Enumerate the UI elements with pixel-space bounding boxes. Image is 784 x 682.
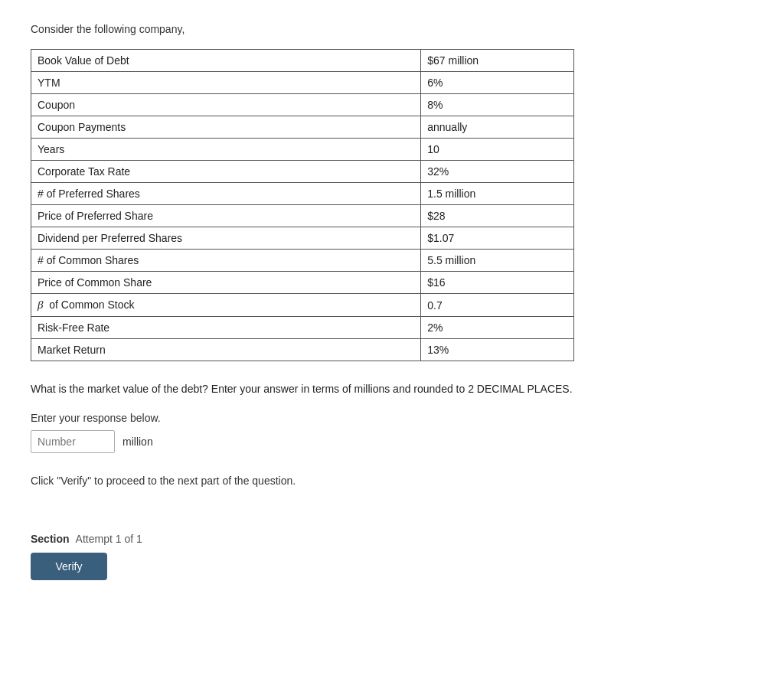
section-line: Section Attempt 1 of 1 <box>31 533 753 545</box>
intro-text: Consider the following company, <box>31 23 753 35</box>
table-cell-value: $67 million <box>421 50 574 72</box>
table-row: Risk-Free Rate2% <box>31 317 574 339</box>
table-cell-value: 13% <box>421 339 574 361</box>
table-cell-value: 32% <box>421 161 574 183</box>
response-row: million <box>31 430 753 453</box>
table-cell-label: β of Common Stock <box>31 294 421 317</box>
table-cell-label: Coupon Payments <box>31 116 421 139</box>
section-label: Section <box>31 533 70 545</box>
table-cell-label: Corporate Tax Rate <box>31 161 421 183</box>
table-row: # of Common Shares5.5 million <box>31 250 574 272</box>
verify-button[interactable]: Verify <box>31 553 107 580</box>
table-row: YTM6% <box>31 72 574 94</box>
table-row: Market Return13% <box>31 339 574 361</box>
beta-symbol: β <box>38 299 43 311</box>
data-table: Book Value of Debt$67 millionYTM6%Coupon… <box>31 49 574 361</box>
table-cell-value: 8% <box>421 94 574 116</box>
table-row: Price of Common Share$16 <box>31 272 574 294</box>
table-cell-value: $16 <box>421 272 574 294</box>
table-cell-label: Market Return <box>31 339 421 361</box>
table-cell-value: 2% <box>421 317 574 339</box>
table-cell-value: 6% <box>421 72 574 94</box>
table-row: Price of Preferred Share$28 <box>31 205 574 227</box>
table-row: Years10 <box>31 139 574 161</box>
million-label: million <box>122 436 153 448</box>
table-cell-value: $1.07 <box>421 227 574 250</box>
table-cell-label: Risk-Free Rate <box>31 317 421 339</box>
table-cell-label: Book Value of Debt <box>31 50 421 72</box>
table-row: Coupon8% <box>31 94 574 116</box>
table-cell-value: 10 <box>421 139 574 161</box>
table-cell-value: 0.7 <box>421 294 574 317</box>
number-input[interactable] <box>31 430 115 453</box>
table-cell-value: 5.5 million <box>421 250 574 272</box>
table-cell-value: 1.5 million <box>421 183 574 205</box>
table-row: Book Value of Debt$67 million <box>31 50 574 72</box>
question-text: What is the market value of the debt? En… <box>31 383 689 395</box>
table-cell-label: YTM <box>31 72 421 94</box>
attempt-text: Attempt 1 of 1 <box>76 533 142 545</box>
table-cell-value: annually <box>421 116 574 139</box>
table-cell-value: $28 <box>421 205 574 227</box>
table-cell-label: Years <box>31 139 421 161</box>
table-cell-label: # of Preferred Shares <box>31 183 421 205</box>
table-cell-label: # of Common Shares <box>31 250 421 272</box>
table-row: Coupon Paymentsannually <box>31 116 574 139</box>
table-row: # of Preferred Shares1.5 million <box>31 183 574 205</box>
click-verify-text: Click "Verify" to proceed to the next pa… <box>31 475 753 487</box>
table-row: Corporate Tax Rate32% <box>31 161 574 183</box>
table-cell-label: Coupon <box>31 94 421 116</box>
response-label: Enter your response below. <box>31 412 753 424</box>
table-cell-label: Price of Preferred Share <box>31 205 421 227</box>
section-area: Section Attempt 1 of 1 Verify <box>31 533 753 580</box>
table-cell-label: Price of Common Share <box>31 272 421 294</box>
table-cell-label: Dividend per Preferred Shares <box>31 227 421 250</box>
table-row: Dividend per Preferred Shares$1.07 <box>31 227 574 250</box>
table-row: β of Common Stock0.7 <box>31 294 574 317</box>
